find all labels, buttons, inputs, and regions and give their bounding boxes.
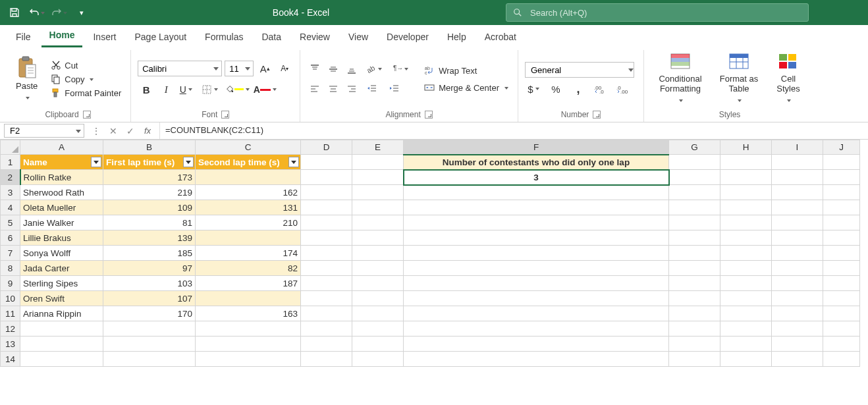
cell-I12[interactable] xyxy=(772,321,823,337)
borders-button[interactable] xyxy=(197,81,222,98)
cell-F4[interactable] xyxy=(404,200,669,215)
col-header-I[interactable]: I xyxy=(772,140,823,155)
cell-I11[interactable] xyxy=(772,306,823,321)
cell-G9[interactable] xyxy=(669,276,720,291)
cell-A4[interactable]: Oleta Mueller xyxy=(20,200,103,215)
cell-C6[interactable] xyxy=(196,230,301,246)
cell-B2[interactable]: 173 xyxy=(103,170,196,185)
cell-J12[interactable] xyxy=(823,321,860,337)
cell-A7[interactable]: Sonya Wolff xyxy=(20,246,103,261)
decrease-indent-button[interactable] xyxy=(362,81,382,97)
cell-A10[interactable]: Oren Swift xyxy=(20,291,103,306)
cell-H6[interactable] xyxy=(720,230,772,246)
cell-I3[interactable] xyxy=(772,185,823,200)
cell-D4[interactable] xyxy=(301,200,352,215)
col-header-D[interactable]: D xyxy=(301,140,352,155)
cell-F6[interactable] xyxy=(404,230,669,246)
cell-A13[interactable] xyxy=(20,337,103,352)
cell-E12[interactable] xyxy=(352,321,404,337)
cell-styles-button[interactable]: Cell Styles xyxy=(768,51,809,107)
cell-F14[interactable] xyxy=(404,352,669,367)
cell-F7[interactable] xyxy=(404,246,669,261)
cell-B6[interactable]: 139 xyxy=(103,230,196,246)
row-header-2[interactable]: 2 xyxy=(1,170,20,185)
clipboard-launcher[interactable] xyxy=(83,111,91,119)
cell-D8[interactable] xyxy=(301,261,352,276)
cancel-formula-button[interactable]: ✕ xyxy=(105,124,121,138)
accounting-format-button[interactable]: $ xyxy=(525,82,542,96)
align-middle-button[interactable] xyxy=(325,61,341,77)
cell-I14[interactable] xyxy=(772,352,823,367)
col-header-A[interactable]: A xyxy=(20,140,103,155)
row-header-7[interactable]: 7 xyxy=(1,246,20,261)
conditional-formatting-button[interactable]: Conditional Formatting xyxy=(651,51,710,107)
cell-F9[interactable] xyxy=(404,276,669,291)
cell-I1[interactable] xyxy=(772,155,823,170)
wrap-text-button[interactable]: abcWrap Text xyxy=(421,64,511,77)
cell-C7[interactable]: 174 xyxy=(196,246,301,261)
name-box[interactable] xyxy=(4,124,84,138)
decrease-font-button[interactable]: A▾ xyxy=(276,60,293,77)
cell-I7[interactable] xyxy=(772,246,823,261)
orientation-button[interactable]: ab xyxy=(362,61,385,77)
cell-B12[interactable] xyxy=(103,321,196,337)
cell-C14[interactable] xyxy=(196,352,301,367)
cell-E11[interactable] xyxy=(352,306,404,321)
cell-A9[interactable]: Sterling Sipes xyxy=(20,276,103,291)
cell-C11[interactable]: 163 xyxy=(196,306,301,321)
cell-E7[interactable] xyxy=(352,246,404,261)
cell-F1[interactable]: Number of contestants who did only one l… xyxy=(404,155,669,170)
cell-H10[interactable] xyxy=(720,291,772,306)
cell-J5[interactable] xyxy=(823,215,860,230)
cell-D1[interactable] xyxy=(301,155,352,170)
cell-B14[interactable] xyxy=(103,352,196,367)
format-painter-button[interactable]: Format Painter xyxy=(48,87,124,99)
cell-D9[interactable] xyxy=(301,276,352,291)
cell-D11[interactable] xyxy=(301,306,352,321)
cell-G6[interactable] xyxy=(669,230,720,246)
align-right-button[interactable] xyxy=(344,81,360,97)
cell-C2[interactable] xyxy=(196,170,301,185)
filter-icon[interactable] xyxy=(183,157,194,167)
cell-D13[interactable] xyxy=(301,337,352,352)
row-header-1[interactable]: 1 xyxy=(1,155,20,170)
cell-A11[interactable]: Arianna Rippin xyxy=(20,306,103,321)
cell-F10[interactable] xyxy=(404,291,669,306)
cell-G10[interactable] xyxy=(669,291,720,306)
cell-H4[interactable] xyxy=(720,200,772,215)
cell-H7[interactable] xyxy=(720,246,772,261)
align-top-button[interactable] xyxy=(307,61,323,77)
bold-button[interactable]: B xyxy=(138,81,155,98)
cell-D14[interactable] xyxy=(301,352,352,367)
cell-F13[interactable] xyxy=(404,337,669,352)
cell-I6[interactable] xyxy=(772,230,823,246)
col-header-C[interactable]: C xyxy=(196,140,301,155)
undo-button[interactable] xyxy=(28,3,46,22)
cell-C4[interactable]: 131 xyxy=(196,200,301,215)
cell-J11[interactable] xyxy=(823,306,860,321)
cell-F12[interactable] xyxy=(404,321,669,337)
col-header-H[interactable]: H xyxy=(720,140,772,155)
cell-D2[interactable] xyxy=(301,170,352,185)
cell-C12[interactable] xyxy=(196,321,301,337)
row-header-14[interactable]: 14 xyxy=(1,352,20,367)
number-format-select[interactable] xyxy=(525,62,634,78)
select-all-corner[interactable] xyxy=(1,140,20,155)
cell-J7[interactable] xyxy=(823,246,860,261)
tab-developer[interactable]: Developer xyxy=(379,28,437,47)
insert-function-button[interactable]: fx xyxy=(140,124,155,138)
font-color-button[interactable]: A xyxy=(252,81,277,98)
cell-B9[interactable]: 103 xyxy=(103,276,196,291)
cell-H9[interactable] xyxy=(720,276,772,291)
cell-H2[interactable] xyxy=(720,170,772,185)
cell-E1[interactable] xyxy=(352,155,404,170)
cell-G8[interactable] xyxy=(669,261,720,276)
cell-B1[interactable]: First lap time (s) xyxy=(103,155,196,170)
align-left-button[interactable] xyxy=(307,81,323,97)
cell-G7[interactable] xyxy=(669,246,720,261)
row-header-10[interactable]: 10 xyxy=(1,291,20,306)
cell-J6[interactable] xyxy=(823,230,860,246)
cell-I13[interactable] xyxy=(772,337,823,352)
cell-D7[interactable] xyxy=(301,246,352,261)
row-header-11[interactable]: 11 xyxy=(1,306,20,321)
